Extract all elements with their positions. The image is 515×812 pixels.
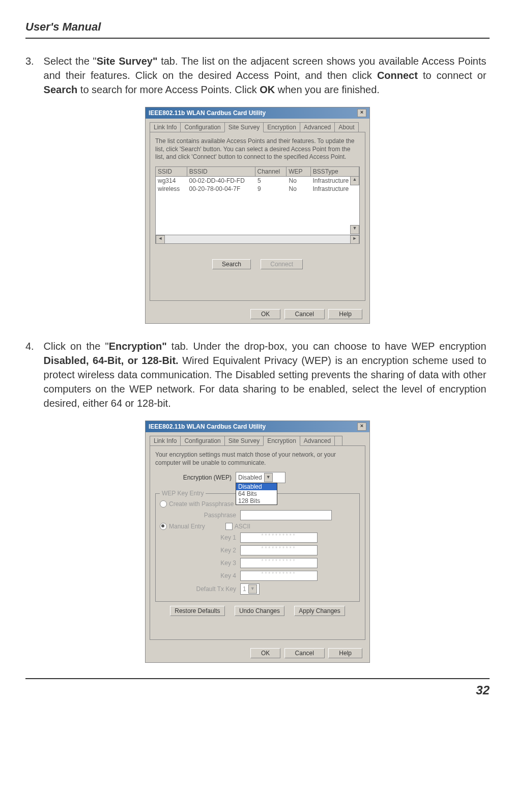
key3-label: Key 3 xyxy=(160,559,240,567)
restore-defaults-button[interactable]: Restore Defaults xyxy=(170,606,224,616)
tab-configuration[interactable]: Configuration xyxy=(180,436,224,446)
undo-changes-button[interactable]: Undo Changes xyxy=(235,606,284,616)
tab-about[interactable]: About xyxy=(334,122,358,132)
help-button[interactable]: Help xyxy=(328,648,362,658)
horizontal-scrollbar[interactable]: ◄ ► xyxy=(156,235,359,243)
connect-button[interactable]: Connect xyxy=(261,259,303,269)
wep-dropdown[interactable]: Disabled ▼ Disabled 64 Bits 128 Bits xyxy=(236,472,285,483)
tab-sitesurvey[interactable]: Site Survey xyxy=(224,436,264,446)
tab-about[interactable] xyxy=(334,436,342,446)
key4-label: Key 4 xyxy=(160,572,240,579)
col-bsstype[interactable]: BSSType xyxy=(311,167,359,176)
step-3: 3. Select the "Site Survey" tab. The lis… xyxy=(25,54,490,97)
tab-content-encryption: Your encryption settings must match thos… xyxy=(150,445,365,640)
create-passphrase-radio[interactable] xyxy=(160,500,167,508)
tab-configuration[interactable]: Configuration xyxy=(180,122,224,132)
default-tx-key-dropdown[interactable]: 1 ▼ xyxy=(240,583,260,595)
close-icon[interactable]: × xyxy=(357,423,366,431)
encryption-dialog: IEEE802.11b WLAN Cardbus Card Utility × … xyxy=(145,421,370,663)
scroll-left-icon[interactable]: ◄ xyxy=(156,235,165,244)
key4-input[interactable]: ********** xyxy=(240,571,318,581)
col-wep[interactable]: WEP xyxy=(287,167,310,176)
tab-linkinfo[interactable]: Link Info xyxy=(150,122,181,132)
dialog-title: IEEE802.11b WLAN Cardbus Card Utility xyxy=(149,423,266,430)
list-row[interactable]: wg314 00-02-DD-40-FD-FD 5 No Infrastruct… xyxy=(156,177,359,185)
scroll-down-icon[interactable]: ▼ xyxy=(350,225,359,234)
wep-option-disabled[interactable]: Disabled xyxy=(236,483,277,490)
step-3-text: Select the "Site Survey" tab. The list o… xyxy=(44,54,487,97)
search-button[interactable]: Search xyxy=(212,259,251,269)
key3-input[interactable]: ********** xyxy=(240,558,318,568)
dialog-title: IEEE802.11b WLAN Cardbus Card Utility xyxy=(149,109,266,117)
scroll-up-icon[interactable]: ▲ xyxy=(350,176,359,185)
step-3-number: 3. xyxy=(25,54,41,68)
ok-button[interactable]: OK xyxy=(250,648,280,658)
key2-input[interactable]: ********** xyxy=(240,545,318,555)
encryption-description: Your encryption settings must match thos… xyxy=(155,451,360,467)
site-survey-dialog: IEEE802.11b WLAN Cardbus Card Utility × … xyxy=(145,107,370,324)
chevron-down-icon[interactable]: ▼ xyxy=(248,584,257,594)
col-ssid[interactable]: SSID xyxy=(156,167,187,176)
help-button[interactable]: Help xyxy=(328,309,362,319)
col-channel[interactable]: Channel xyxy=(255,167,287,176)
dialog-button-row: OK Cancel Help xyxy=(146,305,369,323)
ascii-checkbox[interactable] xyxy=(225,523,233,530)
key1-input[interactable]: ********** xyxy=(240,533,318,543)
ok-button[interactable]: OK xyxy=(250,309,280,319)
scroll-right-icon[interactable]: ► xyxy=(350,235,359,244)
cancel-button[interactable]: Cancel xyxy=(284,648,325,658)
key2-label: Key 2 xyxy=(160,547,240,554)
wep-option-64[interactable]: 64 Bits xyxy=(236,490,277,497)
dialog-button-row: OK Cancel Help xyxy=(146,644,369,662)
apply-changes-button[interactable]: Apply Changes xyxy=(294,606,345,616)
tab-encryption[interactable]: Encryption xyxy=(263,122,300,132)
col-bssid[interactable]: BSSID xyxy=(187,167,255,176)
step-4: 4. Click on the "Encryption" tab. Under … xyxy=(25,339,490,410)
wep-option-128[interactable]: 128 Bits xyxy=(236,497,277,505)
wep-key-entry-legend: WEP Key Entry xyxy=(160,490,206,497)
close-icon[interactable]: × xyxy=(357,109,366,117)
tab-advanced[interactable]: Advanced xyxy=(300,436,335,446)
list-header-row: SSID BSSID Channel WEP BSSType xyxy=(156,167,359,177)
dialog-titlebar: IEEE802.11b WLAN Cardbus Card Utility × xyxy=(146,421,369,432)
chevron-down-icon[interactable]: ▼ xyxy=(264,473,273,482)
tab-advanced[interactable]: Advanced xyxy=(300,122,335,132)
page-number: 32 xyxy=(25,678,490,697)
step-4-number: 4. xyxy=(25,339,41,353)
page-header: User's Manual xyxy=(25,20,490,39)
manual-entry-radio[interactable] xyxy=(160,523,167,530)
wep-dropdown-list[interactable]: Disabled 64 Bits 128 Bits xyxy=(236,483,277,505)
wep-label: Encryption (WEP) xyxy=(155,474,236,481)
cancel-button[interactable]: Cancel xyxy=(284,309,325,319)
tab-bar: Link Info Configuration Site Survey Encr… xyxy=(146,119,369,132)
access-point-list[interactable]: SSID BSSID Channel WEP BSSType wg314 00-… xyxy=(155,166,360,244)
list-row[interactable]: wireless 00-20-78-00-04-7F 9 No Infrastr… xyxy=(156,185,359,193)
tab-sitesurvey[interactable]: Site Survey xyxy=(224,122,264,132)
tab-encryption[interactable]: Encryption xyxy=(263,436,300,446)
manual-entry-label: Manual Entry xyxy=(169,523,205,530)
sitesurvey-description: The list contains available Access Point… xyxy=(155,137,360,161)
step-4-text: Click on the "Encryption" tab. Under the… xyxy=(44,339,487,410)
passphrase-input[interactable] xyxy=(240,510,332,520)
wep-key-entry-fieldset: WEP Key Entry Create with Passphrase Pas… xyxy=(155,493,360,602)
ascii-label: ASCII xyxy=(235,523,250,530)
create-passphrase-label: Create with Passphrase xyxy=(169,500,234,508)
dialog-titlebar: IEEE802.11b WLAN Cardbus Card Utility × xyxy=(146,107,369,119)
tab-bar: Link Info Configuration Site Survey Encr… xyxy=(146,432,369,445)
default-tx-key-label: Default Tx Key xyxy=(160,585,240,593)
key1-label: Key 1 xyxy=(160,534,240,541)
tab-linkinfo[interactable]: Link Info xyxy=(150,436,181,446)
tab-content-sitesurvey: The list contains available Access Point… xyxy=(150,132,365,301)
passphrase-label: Passphrase xyxy=(160,512,240,519)
